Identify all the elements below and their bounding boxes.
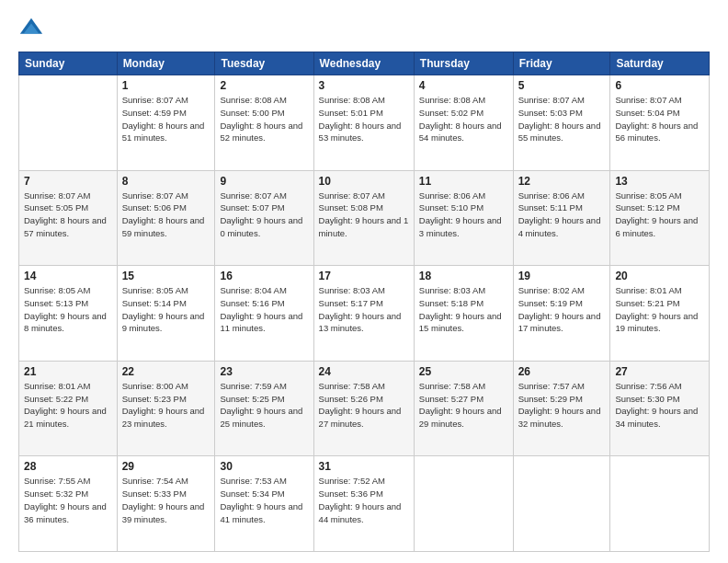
day-info: Sunrise: 8:00 AMSunset: 5:23 PMDaylight:… [122,380,210,431]
day-number: 23 [220,365,308,378]
day-info: Sunrise: 8:05 AMSunset: 5:13 PMDaylight:… [24,284,112,335]
day-number: 28 [24,460,112,473]
day-number: 6 [615,79,704,92]
day-number: 27 [615,365,704,378]
calendar-cell: 11Sunrise: 8:06 AMSunset: 5:10 PMDayligh… [414,170,513,266]
calendar-cell: 13Sunrise: 8:05 AMSunset: 5:12 PMDayligh… [610,170,710,266]
day-info: Sunrise: 7:59 AMSunset: 5:25 PMDaylight:… [220,380,308,431]
calendar-cell: 29Sunrise: 7:54 AMSunset: 5:33 PMDayligh… [117,456,215,552]
day-number: 12 [518,175,606,188]
weekday-header-monday: Monday [117,52,215,75]
day-number: 20 [615,270,704,282]
day-info: Sunrise: 8:08 AMSunset: 5:02 PMDaylight:… [419,94,508,144]
day-number: 31 [319,460,409,473]
calendar-cell: 2Sunrise: 8:08 AMSunset: 5:00 PMDaylight… [215,75,313,171]
calendar-cell: 30Sunrise: 7:53 AMSunset: 5:34 PMDayligh… [215,456,313,552]
calendar-cell: 3Sunrise: 8:08 AMSunset: 5:01 PMDaylight… [313,75,414,171]
day-info: Sunrise: 8:07 AMSunset: 5:03 PMDaylight:… [518,94,606,144]
logo-icon [18,17,44,42]
calendar-cell: 25Sunrise: 7:58 AMSunset: 5:27 PMDayligh… [414,361,513,456]
day-info: Sunrise: 7:55 AMSunset: 5:32 PMDaylight:… [24,475,112,525]
day-info: Sunrise: 8:08 AMSunset: 5:01 PMDaylight:… [319,94,409,144]
day-number: 4 [419,79,508,92]
calendar-cell: 14Sunrise: 8:05 AMSunset: 5:13 PMDayligh… [19,266,118,362]
day-number: 25 [419,365,508,378]
day-info: Sunrise: 8:07 AMSunset: 5:04 PMDaylight:… [615,94,704,144]
day-info: Sunrise: 8:07 AMSunset: 4:59 PMDaylight:… [122,94,210,144]
calendar-cell: 27Sunrise: 7:56 AMSunset: 5:30 PMDayligh… [610,361,710,456]
calendar-week-row: 14Sunrise: 8:05 AMSunset: 5:13 PMDayligh… [19,266,710,362]
weekday-header-saturday: Saturday [610,52,710,75]
calendar-cell: 19Sunrise: 8:02 AMSunset: 5:19 PMDayligh… [513,266,610,362]
day-info: Sunrise: 7:57 AMSunset: 5:29 PMDaylight:… [518,380,606,431]
day-info: Sunrise: 8:03 AMSunset: 5:18 PMDaylight:… [419,284,508,335]
day-info: Sunrise: 7:56 AMSunset: 5:30 PMDaylight:… [615,380,704,431]
day-info: Sunrise: 7:52 AMSunset: 5:36 PMDaylight:… [319,475,409,525]
day-info: Sunrise: 8:02 AMSunset: 5:19 PMDaylight:… [518,284,606,335]
day-number: 2 [220,79,308,92]
calendar-cell: 4Sunrise: 8:08 AMSunset: 5:02 PMDaylight… [414,75,513,171]
day-number: 13 [615,175,704,188]
calendar-cell: 26Sunrise: 7:57 AMSunset: 5:29 PMDayligh… [513,361,610,456]
day-info: Sunrise: 8:07 AMSunset: 5:08 PMDaylight:… [319,190,409,240]
calendar-cell [610,456,710,552]
calendar-table: SundayMondayTuesdayWednesdayThursdayFrid… [18,52,710,552]
calendar-week-row: 21Sunrise: 8:01 AMSunset: 5:22 PMDayligh… [19,361,710,456]
weekday-header-sunday: Sunday [19,52,118,75]
calendar-cell [414,456,513,552]
day-number: 5 [518,79,606,92]
calendar-cell: 6Sunrise: 8:07 AMSunset: 5:04 PMDaylight… [610,75,710,171]
day-number: 1 [122,79,210,92]
calendar-cell: 20Sunrise: 8:01 AMSunset: 5:21 PMDayligh… [610,266,710,362]
day-info: Sunrise: 8:05 AMSunset: 5:14 PMDaylight:… [122,284,210,335]
calendar-cell: 22Sunrise: 8:00 AMSunset: 5:23 PMDayligh… [117,361,215,456]
calendar-cell: 31Sunrise: 7:52 AMSunset: 5:36 PMDayligh… [313,456,414,552]
calendar-week-row: 28Sunrise: 7:55 AMSunset: 5:32 PMDayligh… [19,456,710,552]
page: SundayMondayTuesdayWednesdayThursdayFrid… [0,0,728,563]
day-info: Sunrise: 8:04 AMSunset: 5:16 PMDaylight:… [220,284,308,335]
day-info: Sunrise: 8:06 AMSunset: 5:10 PMDaylight:… [419,190,508,240]
weekday-header-tuesday: Tuesday [215,52,313,75]
calendar-cell: 5Sunrise: 8:07 AMSunset: 5:03 PMDaylight… [513,75,610,171]
calendar-cell [513,456,610,552]
day-number: 18 [419,270,508,282]
calendar-cell: 9Sunrise: 8:07 AMSunset: 5:07 PMDaylight… [215,170,313,266]
day-number: 14 [24,270,112,282]
day-info: Sunrise: 8:01 AMSunset: 5:22 PMDaylight:… [24,380,112,431]
day-number: 17 [319,270,409,282]
calendar-cell: 12Sunrise: 8:06 AMSunset: 5:11 PMDayligh… [513,170,610,266]
day-info: Sunrise: 8:06 AMSunset: 5:11 PMDaylight:… [518,190,606,240]
calendar-cell [19,75,118,171]
day-info: Sunrise: 8:07 AMSunset: 5:05 PMDaylight:… [24,190,112,240]
day-info: Sunrise: 8:03 AMSunset: 5:17 PMDaylight:… [319,284,409,335]
calendar-cell: 17Sunrise: 8:03 AMSunset: 5:17 PMDayligh… [313,266,414,362]
day-number: 24 [319,365,409,378]
weekday-header-row: SundayMondayTuesdayWednesdayThursdayFrid… [19,52,710,75]
day-info: Sunrise: 7:58 AMSunset: 5:27 PMDaylight:… [419,380,508,431]
day-number: 19 [518,270,606,282]
weekday-header-friday: Friday [513,52,610,75]
day-number: 10 [319,175,409,188]
header [18,17,710,42]
calendar-cell: 23Sunrise: 7:59 AMSunset: 5:25 PMDayligh… [215,361,313,456]
day-number: 11 [419,175,508,188]
day-info: Sunrise: 8:07 AMSunset: 5:06 PMDaylight:… [122,190,210,240]
weekday-header-wednesday: Wednesday [313,52,414,75]
day-number: 16 [220,270,308,282]
calendar-cell: 24Sunrise: 7:58 AMSunset: 5:26 PMDayligh… [313,361,414,456]
calendar-cell: 7Sunrise: 8:07 AMSunset: 5:05 PMDaylight… [19,170,118,266]
day-number: 26 [518,365,606,378]
weekday-header-thursday: Thursday [414,52,513,75]
day-info: Sunrise: 8:01 AMSunset: 5:21 PMDaylight:… [615,284,704,335]
day-number: 15 [122,270,210,282]
calendar-cell: 15Sunrise: 8:05 AMSunset: 5:14 PMDayligh… [117,266,215,362]
day-info: Sunrise: 8:05 AMSunset: 5:12 PMDaylight:… [615,190,704,240]
day-info: Sunrise: 7:54 AMSunset: 5:33 PMDaylight:… [122,475,210,525]
calendar-cell: 28Sunrise: 7:55 AMSunset: 5:32 PMDayligh… [19,456,118,552]
logo [18,17,48,42]
day-info: Sunrise: 7:53 AMSunset: 5:34 PMDaylight:… [220,475,308,525]
calendar-cell: 1Sunrise: 8:07 AMSunset: 4:59 PMDaylight… [117,75,215,171]
day-number: 22 [122,365,210,378]
calendar-cell: 8Sunrise: 8:07 AMSunset: 5:06 PMDaylight… [117,170,215,266]
day-info: Sunrise: 7:58 AMSunset: 5:26 PMDaylight:… [319,380,409,431]
